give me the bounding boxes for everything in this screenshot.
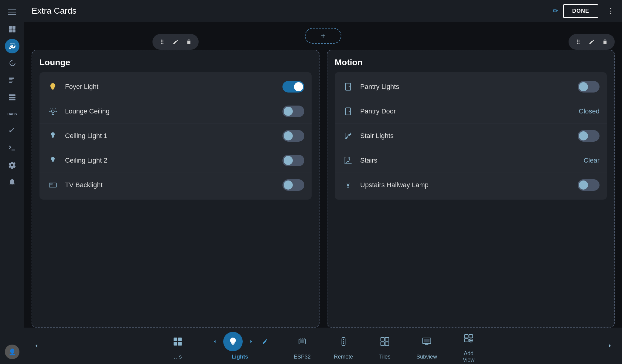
sidebar-icon-vscode[interactable] <box>5 124 19 138</box>
main-area: Extra Cards ✏ DONE ⋮ + <box>24 0 622 364</box>
lounge-delete-icon[interactable] <box>183 36 195 48</box>
stair-lights-icon <box>342 130 354 142</box>
nav-right-arrow[interactable] <box>603 339 617 353</box>
nav-item-cards[interactable]: …s <box>157 332 198 360</box>
svg-point-35 <box>577 43 578 44</box>
pantry-door-value: Closed <box>579 107 600 115</box>
svg-point-21 <box>161 43 162 44</box>
edit-title-icon[interactable]: ✏ <box>553 7 558 15</box>
lounge-card: Lounge Foyer Light <box>32 50 320 328</box>
lounge-drag-handle[interactable] <box>156 36 168 48</box>
svg-rect-64 <box>424 339 430 342</box>
lounge-ceiling-label: Lounge Ceiling <box>65 107 276 115</box>
list-item: Foyer Light <box>39 75 312 99</box>
svg-rect-65 <box>465 335 468 338</box>
svg-point-58 <box>343 343 344 344</box>
svg-rect-26 <box>52 137 54 138</box>
motion-edit-icon[interactable] <box>586 36 598 48</box>
sidebar-icon-terminal[interactable] <box>5 141 19 155</box>
user-avatar[interactable]: 👤 <box>5 345 19 359</box>
svg-rect-48 <box>174 342 177 345</box>
more-options-icon[interactable]: ⋮ <box>607 6 615 16</box>
sidebar-icon-menu[interactable] <box>5 5 19 19</box>
list-item: Ceiling Light 2 <box>39 148 312 173</box>
svg-rect-27 <box>52 162 54 162</box>
list-item: Lounge Ceiling <box>39 99 312 124</box>
ceiling-light2-label: Ceiling Light 2 <box>65 157 276 164</box>
nav-label-esp32: ESP32 <box>294 354 311 360</box>
sidebar-icon-history[interactable] <box>5 56 19 70</box>
lounge-ceiling-toggle[interactable] <box>282 106 304 117</box>
nav-item-tiles[interactable]: Tiles <box>364 332 405 360</box>
motion-delete-icon[interactable] <box>599 36 611 48</box>
nav-item-subview[interactable]: Subview <box>405 332 448 360</box>
foyer-light-label: Foyer Light <box>65 83 276 91</box>
nav-edit-icon[interactable] <box>260 336 271 347</box>
svg-rect-59 <box>381 337 384 341</box>
nav-item-remote[interactable]: Remote <box>323 332 364 360</box>
done-button[interactable]: DONE <box>563 4 598 18</box>
ceiling-light2-toggle[interactable] <box>282 155 304 166</box>
tv-backlight-icon <box>47 179 59 191</box>
add-card-icon: + <box>321 31 326 41</box>
svg-rect-24 <box>52 89 53 90</box>
svg-rect-51 <box>300 340 304 343</box>
list-item: Upstairs Hallway Lamp <box>335 173 607 197</box>
foyer-light-toggle[interactable] <box>282 81 304 93</box>
lounge-edit-icon[interactable] <box>169 36 182 48</box>
nav-icon-wrap-esp32 <box>292 332 312 351</box>
motion-card-title: Motion <box>335 58 607 67</box>
svg-rect-14 <box>9 99 15 100</box>
svg-rect-10 <box>9 81 13 81</box>
nav-label-subview: Subview <box>416 354 437 360</box>
tv-backlight-toggle[interactable] <box>282 179 304 191</box>
foyer-light-icon <box>47 81 59 93</box>
svg-rect-67 <box>465 339 468 342</box>
sidebar-icon-hacs[interactable]: HACS <box>5 107 19 121</box>
list-item: Ceiling Light 1 <box>39 124 312 148</box>
svg-rect-45 <box>347 187 349 188</box>
upstairs-lamp-toggle[interactable] <box>578 179 600 191</box>
pantry-lights-icon <box>342 81 354 93</box>
nav-left-arrow[interactable] <box>29 339 44 353</box>
svg-point-38 <box>349 86 350 87</box>
nav-icon-wrap-tiles <box>375 332 395 351</box>
svg-point-40 <box>349 111 350 112</box>
pantry-door-label: Pantry Door <box>360 107 573 115</box>
svg-rect-2 <box>8 14 16 15</box>
cards-row: Lounge Foyer Light <box>32 50 615 328</box>
sidebar-icon-dashboard[interactable] <box>5 22 19 36</box>
sidebar-icon-server[interactable] <box>5 90 19 104</box>
nav-item-addview[interactable]: Add View <box>448 329 489 363</box>
nav-label-addview-2: View <box>463 357 475 363</box>
svg-rect-29 <box>50 184 53 184</box>
nav-label-cards: …s <box>173 354 182 360</box>
sidebar-icon-settings[interactable] <box>5 158 19 172</box>
stair-lights-toggle[interactable] <box>578 130 600 142</box>
svg-rect-9 <box>9 79 12 80</box>
nav-icon-wrap-subview <box>417 332 436 351</box>
svg-rect-23 <box>52 89 54 89</box>
svg-point-17 <box>161 40 162 41</box>
svg-point-32 <box>579 40 579 41</box>
nav-icon-wrap-remote <box>334 332 353 351</box>
add-card-button[interactable]: + <box>305 28 341 44</box>
nav-icon-wrap-cards <box>168 332 187 351</box>
sidebar-icon-logbook[interactable] <box>5 73 19 87</box>
motion-drag-handle[interactable] <box>572 36 584 48</box>
sidebar-icon-wrench[interactable] <box>5 39 19 53</box>
svg-point-20 <box>162 41 163 42</box>
pantry-lights-toggle[interactable] <box>578 81 600 93</box>
svg-point-33 <box>577 41 578 42</box>
ceiling-light1-toggle[interactable] <box>282 130 304 142</box>
nav-item-lights[interactable]: Lights <box>198 332 282 360</box>
lounge-ceiling-icon <box>47 105 59 117</box>
nav-item-esp32[interactable]: ESP32 <box>282 332 323 360</box>
ceiling-light1-icon <box>47 130 59 142</box>
stairs-icon <box>342 154 354 167</box>
motion-card-toolbar <box>569 34 615 50</box>
svg-rect-30 <box>50 185 52 185</box>
stair-lights-label: Stair Lights <box>360 132 572 140</box>
svg-rect-61 <box>381 342 384 345</box>
sidebar-icon-notifications[interactable] <box>5 175 19 189</box>
